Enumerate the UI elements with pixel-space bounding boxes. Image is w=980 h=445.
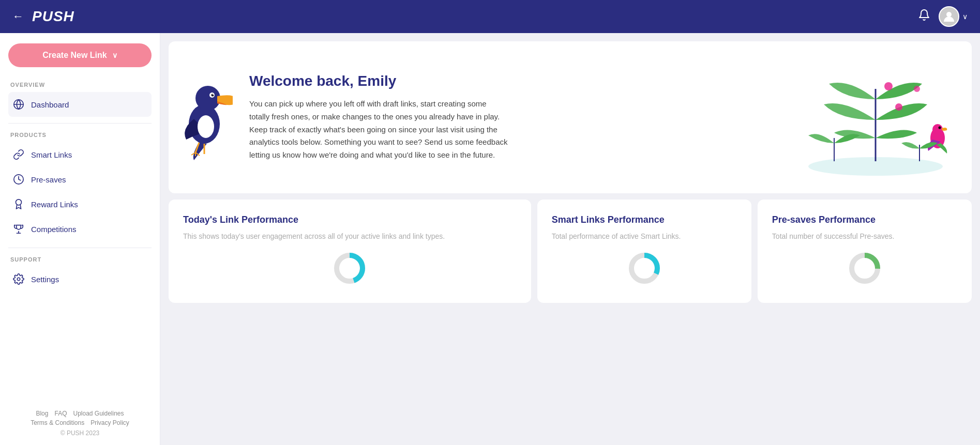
sidebar-item-label-competitions: Competitions [31, 225, 77, 234]
logo: PUSH [32, 8, 74, 25]
sidebar-footer: Blog FAQ Upload Guidelines Terms & Condi… [8, 402, 152, 437]
divider-2 [8, 248, 152, 248]
sidebar-item-reward-links[interactable]: Reward Links [8, 192, 152, 217]
user-avatar-button[interactable]: ∨ [939, 6, 968, 27]
welcome-title: Welcome back, Emily [249, 73, 508, 89]
circle-clock-icon [12, 173, 25, 186]
card-todays-performance: Today's Link Performance This shows toda… [169, 200, 531, 303]
footer-link-upload-guidelines[interactable]: Upload Guidelines [73, 410, 124, 417]
svg-point-21 [914, 86, 920, 92]
card-title-pre-saves: Pre-saves Performance [772, 214, 957, 226]
sidebar-item-smart-links[interactable]: Smart Links [8, 142, 152, 167]
chart-area-pre-saves [772, 250, 957, 286]
svg-point-12 [198, 115, 214, 138]
footer-link-privacy[interactable]: Privacy Policy [91, 419, 129, 426]
sidebar-item-label-dashboard: Dashboard [31, 100, 69, 109]
toucan-illustration [176, 47, 233, 162]
create-button-chevron-icon: ∨ [112, 51, 117, 59]
back-button[interactable]: ← [12, 10, 24, 23]
cards-row: Today's Link Performance This shows toda… [169, 200, 972, 303]
badge-icon [12, 198, 25, 210]
sidebar-item-label-settings: Settings [31, 275, 59, 284]
sidebar-item-pre-saves[interactable]: Pre-saves [8, 167, 152, 192]
section-label-support: SUPPORT [8, 256, 152, 263]
section-label-products: PRODUCTS [8, 132, 152, 138]
chart-area-smart-links [552, 250, 737, 286]
footer-links: Blog FAQ Upload Guidelines Terms & Condi… [8, 410, 152, 426]
sidebar-item-dashboard[interactable]: Dashboard [8, 92, 152, 117]
tropical-illustration [788, 58, 953, 177]
trophy-icon [12, 223, 25, 235]
card-pre-saves: Pre-saves Performance Total number of su… [758, 200, 972, 303]
create-new-link-button[interactable]: Create New Link ∨ [8, 43, 152, 67]
chart-area-todays [183, 250, 517, 286]
svg-point-20 [884, 82, 893, 90]
gear-icon [12, 273, 25, 285]
card-subtitle-smart-links: Total performance of active Smart Links. [552, 231, 737, 242]
svg-point-22 [895, 103, 902, 111]
section-label-overview: OVERVIEW [8, 82, 152, 88]
svg-point-8 [195, 86, 220, 111]
card-title-todays: Today's Link Performance [183, 214, 517, 226]
footer-link-blog[interactable]: Blog [36, 410, 48, 417]
main-content: Welcome back, Emily You can pick up wher… [160, 33, 980, 445]
footer-link-terms[interactable]: Terms & Conditions [31, 419, 84, 426]
divider [8, 123, 152, 124]
svg-point-11 [213, 94, 214, 95]
sidebar-item-label-smart-links: Smart Links [31, 150, 72, 159]
card-title-smart-links: Smart Links Performance [552, 214, 737, 226]
main-layout: Create New Link ∨ OVERVIEW Dashboard PRO… [0, 33, 980, 445]
welcome-text-block: Welcome back, Emily You can pick up wher… [187, 73, 508, 162]
sidebar-item-settings[interactable]: Settings [8, 267, 152, 291]
svg-point-4 [16, 200, 22, 205]
copyright-text: © PUSH 2023 [8, 429, 152, 437]
sidebar-item-competitions[interactable]: Competitions [8, 217, 152, 241]
footer-link-faq[interactable]: FAQ [54, 410, 67, 417]
avatar [939, 6, 959, 27]
card-smart-links: Smart Links Performance Total performanc… [537, 200, 751, 303]
sidebar: Create New Link ∨ OVERVIEW Dashboard PRO… [0, 33, 160, 445]
card-subtitle-todays: This shows today's user engagement acros… [183, 231, 517, 242]
chevron-down-icon: ∨ [962, 12, 968, 21]
svg-point-0 [946, 12, 952, 17]
sidebar-item-label-reward-links: Reward Links [31, 200, 78, 209]
top-navigation: ← PUSH ∨ [0, 0, 980, 33]
svg-point-6 [17, 278, 20, 281]
welcome-banner: Welcome back, Emily You can pick up wher… [169, 41, 972, 193]
globe-icon [12, 98, 25, 111]
card-subtitle-pre-saves: Total number of successful Pre-saves. [772, 231, 957, 242]
svg-point-25 [932, 124, 943, 134]
sidebar-item-label-pre-saves: Pre-saves [31, 175, 66, 184]
create-button-label: Create New Link [42, 51, 107, 60]
welcome-body-text: You can pick up where you left off with … [249, 98, 508, 162]
notification-bell-icon[interactable] [918, 9, 930, 24]
svg-point-26 [939, 127, 941, 129]
link-icon [12, 148, 25, 161]
